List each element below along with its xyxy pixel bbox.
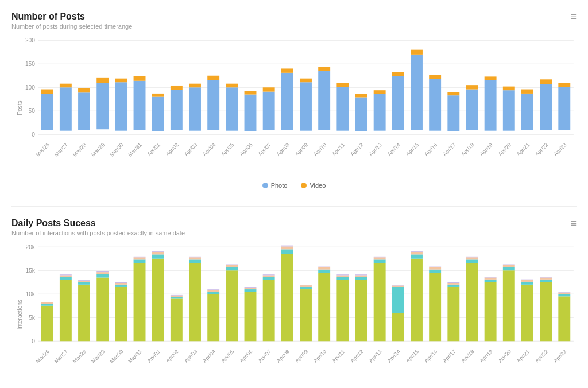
svg-rect-141: [152, 252, 164, 255]
svg-rect-204: [392, 313, 404, 341]
svg-rect-169: [263, 280, 275, 342]
svg-rect-115: [60, 277, 72, 280]
svg-text:10k: 10k: [25, 291, 35, 297]
svg-rect-39: [207, 76, 219, 80]
svg-rect-201: [374, 257, 386, 259]
svg-rect-63: [355, 94, 368, 98]
svg-text:Mar/31: Mar/31: [127, 348, 142, 364]
svg-rect-110: [41, 304, 53, 305]
svg-text:15k: 15k: [25, 267, 35, 274]
chart1-title: Number of Posts: [11, 11, 132, 22]
svg-rect-77: [447, 95, 459, 131]
svg-rect-150: [189, 259, 201, 263]
legend-video-label: Video: [310, 182, 326, 189]
svg-text:Apr/15: Apr/15: [405, 142, 420, 157]
svg-rect-219: [447, 287, 459, 341]
svg-text:0: 0: [32, 338, 35, 344]
svg-rect-126: [96, 272, 109, 274]
svg-rect-137: [134, 257, 146, 257]
svg-text:Apr/10: Apr/10: [312, 142, 327, 157]
chart2-area: Interactions 20k 15k 10k 5k 0 Mar/26Mar/…: [11, 241, 577, 384]
svg-rect-116: [60, 275, 72, 277]
svg-text:Apr/16: Apr/16: [423, 142, 438, 157]
svg-rect-11: [41, 94, 53, 130]
svg-rect-211: [411, 252, 423, 255]
svg-rect-140: [152, 254, 164, 258]
svg-text:Mar/29: Mar/29: [90, 348, 106, 364]
svg-rect-220: [447, 285, 459, 287]
svg-rect-247: [540, 277, 552, 277]
svg-rect-27: [134, 76, 146, 81]
svg-rect-72: [411, 50, 423, 55]
chart2-title-area: Daily Posts Sucess Number of interaction…: [11, 218, 185, 236]
chart1-subtitle: Number of posts during selected timerang…: [11, 23, 132, 30]
svg-text:Apr/07: Apr/07: [257, 348, 272, 363]
svg-text:Apr/22: Apr/22: [534, 142, 549, 157]
svg-rect-147: [171, 295, 183, 296]
svg-rect-139: [152, 259, 164, 342]
svg-text:200: 200: [25, 37, 35, 44]
svg-rect-214: [429, 273, 441, 341]
svg-rect-135: [134, 259, 146, 263]
svg-rect-45: [245, 91, 257, 95]
svg-rect-222: [447, 282, 459, 283]
svg-text:Apr/08: Apr/08: [276, 348, 291, 363]
svg-rect-196: [355, 275, 368, 277]
svg-rect-18: [78, 88, 90, 92]
svg-text:Mar/26: Mar/26: [35, 348, 51, 364]
svg-rect-237: [503, 265, 515, 265]
svg-rect-206: [392, 285, 404, 286]
svg-rect-95: [558, 87, 570, 130]
svg-text:Apr/23: Apr/23: [552, 142, 567, 157]
svg-rect-217: [429, 267, 441, 267]
svg-rect-221: [447, 283, 459, 285]
svg-rect-209: [411, 259, 423, 342]
svg-rect-200: [374, 259, 386, 263]
svg-rect-117: [60, 274, 72, 275]
svg-rect-197: [355, 274, 368, 275]
legend-photo-dot: [262, 183, 268, 188]
svg-rect-89: [521, 94, 533, 130]
svg-rect-156: [207, 290, 219, 292]
svg-rect-181: [300, 285, 312, 287]
chart1-menu-icon[interactable]: ≡: [570, 11, 577, 22]
svg-text:Apr/17: Apr/17: [442, 142, 457, 157]
svg-rect-12: [41, 90, 53, 94]
svg-rect-162: [226, 265, 238, 265]
svg-text:Apr/13: Apr/13: [368, 348, 383, 363]
svg-text:5k: 5k: [29, 315, 36, 321]
svg-rect-132: [115, 282, 127, 283]
svg-rect-241: [521, 280, 533, 282]
svg-rect-207: [392, 285, 404, 286]
svg-text:Apr/17: Apr/17: [442, 348, 457, 363]
svg-rect-127: [96, 271, 109, 272]
svg-text:Apr/12: Apr/12: [349, 142, 364, 157]
svg-rect-20: [96, 83, 109, 129]
svg-rect-189: [336, 280, 349, 342]
svg-rect-164: [245, 292, 257, 341]
legend-video: Video: [301, 182, 326, 189]
svg-rect-145: [171, 297, 183, 298]
svg-rect-120: [78, 282, 90, 285]
chart2-subtitle: Number of interactions with posts posted…: [11, 230, 185, 236]
chart2-menu-icon[interactable]: ≡: [570, 218, 577, 228]
svg-text:Apr/01: Apr/01: [146, 348, 161, 363]
svg-rect-250: [558, 294, 570, 296]
svg-rect-109: [41, 306, 53, 342]
svg-rect-171: [263, 275, 275, 277]
svg-rect-134: [134, 263, 146, 341]
svg-rect-194: [355, 280, 368, 342]
svg-text:Apr/14: Apr/14: [386, 348, 401, 363]
svg-rect-252: [558, 292, 570, 293]
svg-rect-50: [281, 73, 293, 130]
svg-rect-130: [115, 285, 127, 287]
svg-rect-225: [466, 259, 478, 263]
svg-text:Apr/15: Apr/15: [405, 348, 420, 363]
svg-rect-179: [300, 289, 312, 341]
svg-text:Apr/09: Apr/09: [294, 348, 309, 363]
svg-rect-159: [226, 270, 238, 341]
chart1-title-area: Number of Posts Number of posts during s…: [11, 11, 132, 30]
svg-text:Apr/03: Apr/03: [183, 142, 198, 157]
svg-rect-232: [485, 277, 497, 277]
svg-text:Apr/06: Apr/06: [238, 348, 253, 363]
